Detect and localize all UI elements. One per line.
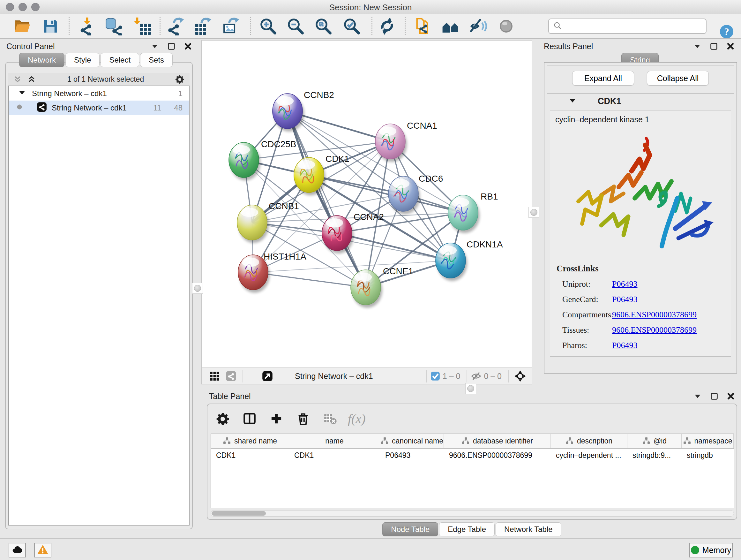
table-panel-tabs: Node TableEdge TableNetwork Table — [206, 522, 739, 537]
open-session-button[interactable] — [12, 17, 33, 37]
home-button[interactable] — [440, 17, 461, 37]
table-panel-close-button[interactable] — [726, 391, 736, 401]
left-splitter-handle[interactable] — [192, 283, 203, 294]
column-network-icon — [461, 437, 470, 445]
network-options-gear-icon[interactable] — [175, 74, 185, 84]
table-horizontal-scrollbar[interactable] — [211, 510, 734, 516]
zoom-selected-button[interactable] — [341, 17, 362, 37]
crosslink-link[interactable]: P06493 — [612, 341, 637, 350]
results-panel-menu-button[interactable] — [692, 42, 702, 51]
crosslink-link[interactable]: 9606.ENSP00000378699 — [612, 325, 697, 335]
expand-all-button[interactable]: Expand All — [572, 71, 634, 85]
tab-sets[interactable]: Sets — [140, 53, 173, 67]
current-network-name: String Network – cdk1 — [295, 372, 373, 381]
tab-network[interactable]: Network — [19, 53, 64, 67]
show-hide-button[interactable] — [468, 17, 489, 37]
control-panel-tabs: NetworkStyleSelectSets — [19, 53, 174, 67]
table-options-gear-icon[interactable] — [214, 410, 232, 428]
results-panel-close-button[interactable] — [726, 42, 735, 51]
table-panel-menu-button[interactable] — [693, 391, 702, 401]
column-network-icon — [223, 437, 231, 445]
table-panel: Table Panel f(x) shared namenamecanonica… — [206, 391, 739, 537]
refresh-button[interactable] — [377, 17, 398, 37]
memory-label: Memory — [702, 546, 731, 555]
control-panel-float-button[interactable] — [166, 42, 176, 51]
tab-network-table[interactable]: Network Table — [495, 522, 561, 537]
delete-column-icon[interactable] — [294, 410, 312, 428]
crosslink-link[interactable]: P06493 — [612, 279, 637, 289]
help-button[interactable]: ? — [719, 23, 735, 40]
clone-network-button[interactable] — [412, 17, 433, 37]
table-row[interactable]: CDK1CDK1P064939606.ENSP00000378699cyclin… — [211, 449, 734, 462]
control-panel-close-button[interactable] — [183, 42, 193, 51]
zoom-out-button[interactable] — [285, 17, 306, 37]
expand-all-networks-icon[interactable] — [27, 74, 37, 84]
open-session-icon — [13, 17, 31, 37]
column-header-database-identifier[interactable]: database identifier — [444, 434, 551, 448]
main-toolbar: ? — [0, 14, 741, 39]
export-table-button[interactable] — [193, 17, 214, 37]
search-box[interactable] — [548, 18, 706, 34]
warnings-button[interactable] — [34, 543, 51, 557]
tab-select[interactable]: Select — [100, 53, 139, 67]
crosslink-link[interactable]: P06493 — [612, 295, 637, 304]
add-column-icon[interactable] — [267, 410, 285, 428]
network-tree-root-row[interactable]: String Network – cdk1 1 — [9, 86, 189, 101]
tab-style[interactable]: Style — [65, 53, 99, 67]
fit-selected-crosshair-icon[interactable] — [512, 369, 529, 383]
column-network-icon — [565, 437, 574, 445]
save-session-button[interactable] — [40, 17, 61, 37]
hidden-elements-icon[interactable] — [470, 370, 482, 382]
table-cell[interactable]: stringdb:9... — [627, 449, 682, 462]
tree-expander-icon[interactable] — [18, 88, 26, 99]
results-panel-float-button[interactable] — [709, 42, 719, 51]
zoom-fit-button[interactable] — [313, 17, 334, 37]
tab-edge-table[interactable]: Edge Table — [439, 522, 495, 537]
column-header-shared-name[interactable]: shared name — [211, 434, 289, 448]
bottom-splitter-handle[interactable] — [465, 383, 476, 394]
memory-button[interactable]: Memory — [689, 543, 733, 557]
grid-view-icon[interactable] — [206, 369, 223, 383]
crosslink-link[interactable]: 9606.ENSP00000378699 — [612, 310, 697, 320]
entry-description: cyclin–dependent kinase 1 — [555, 115, 731, 124]
show-columns-icon[interactable] — [241, 410, 259, 428]
export-network-button[interactable] — [165, 17, 186, 37]
zoom-in-button[interactable] — [258, 17, 279, 37]
collapse-all-networks-icon[interactable] — [13, 74, 22, 84]
tab-node-table[interactable]: Node Table — [382, 522, 438, 537]
table-cell[interactable]: cyclin–dependent ... — [551, 449, 627, 462]
selected-counts: 1 – 0 — [443, 372, 461, 381]
inactive-orb-button[interactable] — [495, 17, 517, 37]
column-header-namespace[interactable]: namespace — [682, 434, 734, 448]
column-header-description[interactable]: description — [551, 434, 627, 448]
table-cell[interactable]: CDK1 — [289, 449, 380, 462]
column-header-canonical-name[interactable]: canonical name — [380, 434, 444, 448]
table-cell[interactable]: 9606.ENSP00000378699 — [444, 449, 551, 462]
selected-nodes-checkbox-icon[interactable] — [430, 371, 441, 381]
birdseye-view-icon[interactable] — [223, 369, 239, 383]
cloud-status-button[interactable] — [9, 543, 26, 557]
control-panel-menu-button[interactable] — [150, 42, 159, 51]
network-view[interactable]: CCNB2CCNA1CDC25BCDK1CDC6RB1CCNB1CCNA2CDK… — [201, 40, 532, 384]
hidden-counts: 0 – 0 — [484, 372, 502, 381]
export-image-button[interactable] — [220, 17, 242, 37]
import-network-button[interactable] — [76, 17, 97, 37]
collapse-all-button[interactable]: Collapse All — [647, 71, 709, 85]
table-cell[interactable]: P06493 — [380, 449, 444, 462]
import-database-button[interactable] — [103, 17, 124, 37]
import-table-button[interactable] — [132, 17, 153, 37]
right-splitter-handle[interactable] — [529, 207, 539, 218]
network-tree-child-row[interactable]: String Network – cdk1 11 48 — [9, 101, 189, 115]
node-table[interactable]: shared namenamecanonical namedatabase id… — [211, 434, 734, 508]
network-canvas[interactable]: CCNB2CCNA1CDC25BCDK1CDC6RB1CCNB1CCNA2CDK… — [202, 41, 532, 368]
entry-collapse-icon[interactable] — [568, 97, 577, 106]
save-session-icon — [41, 17, 60, 37]
table-cell[interactable]: stringdb — [682, 449, 734, 462]
column-header-name[interactable]: name — [289, 434, 380, 448]
search-input[interactable] — [562, 20, 706, 33]
crosslink-row: Uniprot:P06493 — [556, 279, 697, 289]
detach-view-icon[interactable] — [259, 369, 276, 383]
table-cell[interactable]: CDK1 — [211, 449, 289, 462]
table-panel-float-button[interactable] — [710, 391, 719, 401]
column-header-@id[interactable]: @id — [627, 434, 682, 448]
